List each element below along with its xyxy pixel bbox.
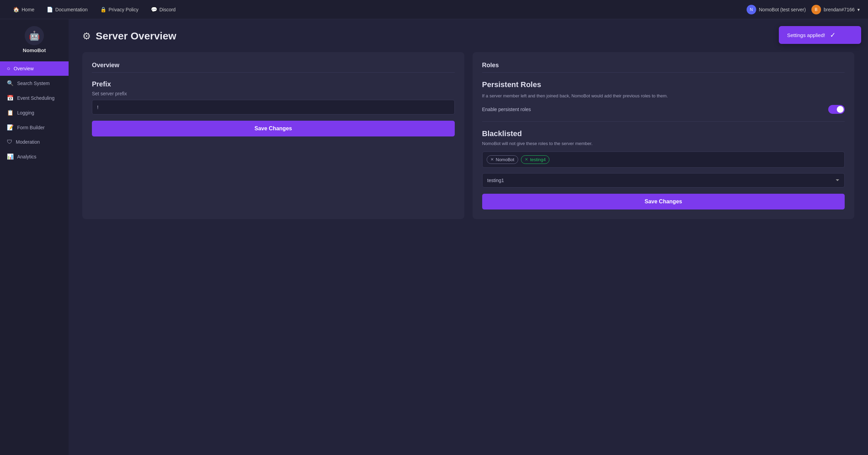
blacklisted-tags-container: ✕ NomoBot ✕ testing4 <box>482 152 845 168</box>
sidebar-item-search-system[interactable]: 🔍 Search System <box>0 76 69 91</box>
blacklisted-title: Blacklisted <box>482 129 845 138</box>
server-info: N NomoBot (test server) <box>747 5 806 14</box>
nav-links: 🏠 Home 📄 Documentation 🔒 Privacy Policy … <box>8 4 747 15</box>
sidebar-form-label: Form Builder <box>17 125 45 130</box>
moderation-icon: 🛡 <box>7 139 12 145</box>
logo-icon: 🤖 <box>25 26 44 45</box>
toggle-label: Enable persistent roles <box>482 107 531 112</box>
prefix-sublabel: Set server prefix <box>92 91 455 96</box>
sidebar-item-analytics[interactable]: 📊 Analytics <box>0 149 69 164</box>
sidebar-item-logging[interactable]: 📋 Logging <box>0 105 69 120</box>
blacklisted-desc: NomoBot will not give these roles to the… <box>482 141 845 146</box>
nav-right: N NomoBot (test server) B brendan#7166 ▾ <box>747 5 860 14</box>
check-icon: ✓ <box>830 31 836 39</box>
close-icon-testing4: ✕ <box>525 157 528 162</box>
toast-message: Settings applied! <box>787 32 825 38</box>
overview-icon: ○ <box>7 65 10 72</box>
top-nav: 🏠 Home 📄 Documentation 🔒 Privacy Policy … <box>0 0 868 19</box>
event-icon: 📅 <box>7 95 14 101</box>
tag-testing4-label: testing4 <box>530 157 546 162</box>
logging-icon: 📋 <box>7 109 14 116</box>
roles-card: Roles Persistent Roles If a server membe… <box>473 52 855 219</box>
blacklisted-save-button[interactable]: Save Changes <box>482 194 845 209</box>
user-info[interactable]: B brendan#7166 ▾ <box>811 5 860 14</box>
overview-card-title: Overview <box>92 62 455 69</box>
sidebar-item-event-scheduling[interactable]: 📅 Event Scheduling <box>0 91 69 105</box>
user-name: brendan#7166 <box>824 7 855 12</box>
analytics-icon: 📊 <box>7 153 14 160</box>
sidebar-search-label: Search System <box>17 81 50 86</box>
sidebar-event-label: Event Scheduling <box>17 95 55 101</box>
home-icon: 🏠 <box>13 7 20 13</box>
persistent-roles-title: Persistent Roles <box>482 80 845 89</box>
main-content: Settings applied! ✓ ⚙ Server Overview Ov… <box>69 19 868 455</box>
tag-nomobot[interactable]: ✕ NomoBot <box>487 155 518 164</box>
nav-discord[interactable]: 💬 Discord <box>146 4 180 15</box>
server-name: NomoBot (test server) <box>759 7 806 12</box>
sidebar: 🤖 NomoBot ○ Overview 🔍 Search System 📅 E… <box>0 19 69 455</box>
logo-text: NomoBot <box>23 47 46 53</box>
roles-card-title: Roles <box>482 62 845 69</box>
roles-divider <box>482 72 845 73</box>
privacy-icon: 🔒 <box>100 7 107 13</box>
sidebar-item-moderation[interactable]: 🛡 Moderation <box>0 135 69 149</box>
settings-icon: ⚙ <box>82 31 91 42</box>
cards-grid: Overview Prefix Set server prefix Save C… <box>82 52 854 219</box>
toggle-row: Enable persistent roles <box>482 105 845 114</box>
close-icon-nomobot: ✕ <box>490 157 494 162</box>
dropdown-arrow-icon: ▾ <box>857 7 860 12</box>
tag-nomobot-label: NomoBot <box>496 157 514 162</box>
sidebar-logging-label: Logging <box>17 110 34 116</box>
sidebar-overview-label: Overview <box>14 66 34 71</box>
nav-home-label: Home <box>22 7 34 12</box>
server-avatar: N <box>747 5 756 14</box>
sidebar-moderation-label: Moderation <box>16 139 40 145</box>
page-title-row: ⚙ Server Overview <box>82 30 854 42</box>
sidebar-logo: 🤖 NomoBot <box>23 26 46 53</box>
overview-save-button[interactable]: Save Changes <box>92 121 455 136</box>
nav-discord-label: Discord <box>159 7 176 12</box>
app-body: 🤖 NomoBot ○ Overview 🔍 Search System 📅 E… <box>0 19 868 455</box>
search-icon: 🔍 <box>7 80 14 86</box>
sidebar-analytics-label: Analytics <box>17 154 36 159</box>
nav-privacy-label: Privacy Policy <box>109 7 139 12</box>
discord-icon: 💬 <box>151 7 157 13</box>
role-dropdown[interactable]: testing1 testing2 testing3 NomoBot testi… <box>482 173 845 188</box>
documentation-icon: 📄 <box>47 7 53 13</box>
overview-card: Overview Prefix Set server prefix Save C… <box>82 52 464 219</box>
persistent-roles-desc: If a server member left and then joined … <box>482 93 845 99</box>
prefix-input[interactable] <box>92 100 455 115</box>
sidebar-item-form-builder[interactable]: 📝 Form Builder <box>0 120 69 135</box>
sidebar-nav: ○ Overview 🔍 Search System 📅 Event Sched… <box>0 61 69 164</box>
toast-notification: Settings applied! ✓ <box>779 26 861 44</box>
prefix-title: Prefix <box>92 80 455 88</box>
page-title: Server Overview <box>96 30 176 42</box>
nav-privacy[interactable]: 🔒 Privacy Policy <box>95 4 143 15</box>
user-avatar: B <box>811 5 821 14</box>
nav-documentation-label: Documentation <box>55 7 87 12</box>
tag-testing4[interactable]: ✕ testing4 <box>521 155 550 164</box>
persistent-roles-toggle[interactable] <box>828 105 845 114</box>
sidebar-item-overview[interactable]: ○ Overview <box>0 61 69 76</box>
form-icon: 📝 <box>7 124 14 131</box>
nav-home[interactable]: 🏠 Home <box>8 4 39 15</box>
nav-documentation[interactable]: 📄 Documentation <box>42 4 92 15</box>
blacklisted-divider <box>482 121 845 122</box>
toggle-knob <box>837 106 844 113</box>
overview-divider <box>92 72 455 73</box>
